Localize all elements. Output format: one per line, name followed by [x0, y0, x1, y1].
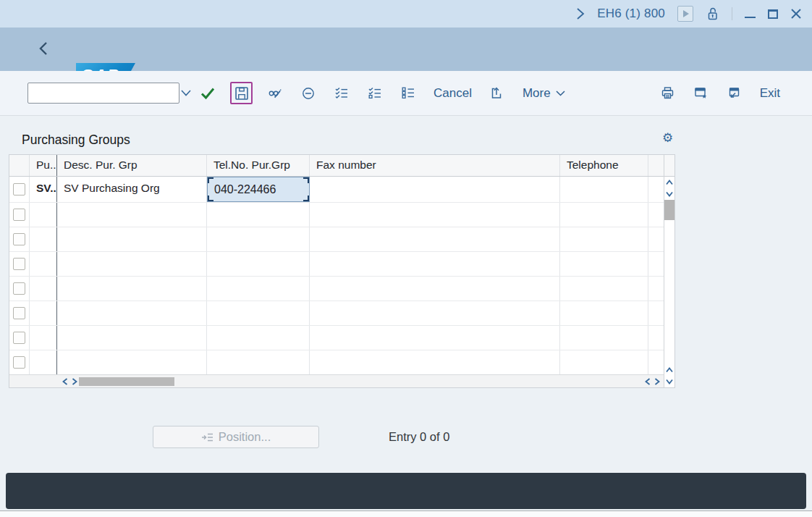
table-settings-gear-icon[interactable]: ⚙ [662, 132, 673, 144]
cell-telephone[interactable] [560, 227, 648, 251]
cell-telephone-no[interactable] [207, 326, 310, 350]
scroll-up-icon[interactable] [664, 177, 674, 188]
cell-purchasing-group[interactable] [30, 227, 57, 251]
row-checkbox[interactable] [13, 183, 25, 196]
table-row [9, 252, 664, 277]
cell-telephone-no[interactable] [207, 301, 310, 325]
row-checkbox[interactable] [13, 282, 25, 295]
display-change-button[interactable] [264, 83, 286, 104]
select-block-button[interactable] [364, 83, 386, 104]
more-button[interactable]: More [523, 86, 565, 101]
column-header-fax-number[interactable]: Fax number [310, 155, 560, 176]
cell-telephone[interactable] [560, 326, 648, 350]
cell-purchasing-group[interactable] [30, 350, 57, 374]
cell-description[interactable] [57, 326, 207, 350]
cell-telephone[interactable] [560, 301, 648, 325]
expand-chevron-icon[interactable] [576, 7, 585, 20]
cell-fax-number[interactable] [310, 277, 560, 300]
vscroll-thumb[interactable] [664, 200, 674, 220]
cell-telephone[interactable] [560, 252, 648, 276]
command-field[interactable] [28, 83, 179, 104]
column-header-telephone[interactable]: Telephone [560, 155, 648, 176]
main-content: Purchasing Groups ⚙ Pu... Desc. Pur. Grp… [0, 116, 812, 510]
cell-fax-number[interactable] [310, 252, 560, 276]
cell-telephone-no[interactable] [207, 252, 310, 276]
row-checkbox[interactable] [13, 356, 25, 369]
table-row [9, 350, 664, 374]
cell-purchasing-group[interactable]: SV.. [30, 177, 57, 202]
chevron-down-icon[interactable] [181, 83, 191, 103]
cancel-button[interactable]: Cancel [434, 86, 472, 101]
cell-telephone-no[interactable]: 040-224466 [207, 177, 310, 202]
select-all-button[interactable] [331, 83, 352, 104]
cell-purchasing-group[interactable] [30, 277, 57, 300]
scroll-left-icon[interactable] [643, 378, 652, 385]
column-header-telephone-no[interactable]: Tel.No. Pur.Grp [207, 155, 310, 176]
scroll-down-icon[interactable] [664, 376, 674, 387]
deselect-all-button[interactable] [397, 83, 419, 104]
position-button[interactable]: Position... [153, 426, 319, 448]
cell-telephone-no[interactable] [207, 203, 310, 227]
scroll-up-icon[interactable] [664, 364, 674, 376]
row-checkbox[interactable] [13, 332, 25, 344]
save-button[interactable] [230, 82, 253, 104]
share-button[interactable] [486, 83, 508, 104]
horizontal-scrollbar[interactable] [9, 374, 664, 387]
scroll-left-icon[interactable] [60, 375, 69, 387]
scroll-right-icon[interactable] [69, 375, 79, 387]
delete-row-button[interactable] [297, 83, 319, 104]
scroll-right-icon[interactable] [652, 378, 661, 385]
confirm-button[interactable] [197, 83, 219, 104]
back-button[interactable] [38, 41, 48, 56]
cell-purchasing-group[interactable] [30, 326, 57, 350]
cell-description[interactable] [57, 350, 207, 374]
cell-fax-number[interactable] [310, 326, 560, 350]
row-checkbox[interactable] [13, 307, 25, 319]
row-select-cell [9, 252, 30, 276]
cell-description[interactable] [57, 252, 207, 276]
cell-telephone[interactable] [560, 177, 648, 202]
scroll-down-icon[interactable] [664, 188, 674, 200]
cell-purchasing-group[interactable] [30, 252, 57, 276]
cell-description[interactable] [57, 301, 207, 325]
cell-purchasing-group[interactable] [30, 203, 57, 227]
row-checkbox[interactable] [13, 233, 25, 245]
hamburger-menu-icon[interactable] [10, 10, 28, 17]
cell-fax-number[interactable] [310, 203, 560, 227]
select-all-header-cell[interactable] [9, 155, 30, 176]
close-button[interactable] [790, 8, 802, 20]
cell-fax-number[interactable] [310, 227, 560, 251]
command-input[interactable] [28, 83, 181, 103]
cell-telephone[interactable] [560, 277, 648, 300]
row-checkbox[interactable] [13, 209, 25, 221]
cell-description[interactable] [57, 203, 207, 227]
exit-button[interactable]: Exit [760, 86, 780, 101]
vertical-scrollbar[interactable] [664, 155, 674, 387]
cell-description[interactable]: SV Purchasing Org [57, 177, 207, 202]
cell-fax-number[interactable] [310, 350, 560, 374]
column-header-purchasing-group[interactable]: Pu... [30, 155, 57, 176]
cell-fax-number[interactable] [310, 301, 560, 325]
cell-description[interactable] [57, 227, 207, 251]
cell-filler [648, 177, 664, 202]
shortcut-button[interactable] [690, 83, 712, 104]
cell-telephone-no[interactable] [207, 227, 310, 251]
unlock-icon[interactable] [706, 7, 719, 22]
hscroll-thumb[interactable] [79, 377, 174, 386]
cell-telephone[interactable] [560, 203, 648, 227]
cell-fax-number[interactable] [310, 177, 560, 202]
cell-description[interactable] [57, 277, 207, 300]
cell-telephone[interactable] [560, 350, 648, 374]
gui-script-play-icon[interactable] [677, 6, 693, 22]
window-arrow-icon [727, 86, 741, 100]
vscroll-track[interactable] [664, 220, 674, 364]
cell-purchasing-group[interactable] [30, 301, 57, 325]
cell-telephone-no[interactable] [207, 277, 310, 300]
maximize-button[interactable] [768, 9, 778, 19]
row-checkbox[interactable] [13, 258, 25, 270]
new-window-button[interactable] [724, 83, 745, 104]
minimize-button[interactable] [745, 9, 756, 19]
cell-telephone-no[interactable] [207, 350, 310, 374]
print-button[interactable] [657, 83, 679, 104]
column-header-description[interactable]: Desc. Pur. Grp [57, 155, 207, 176]
